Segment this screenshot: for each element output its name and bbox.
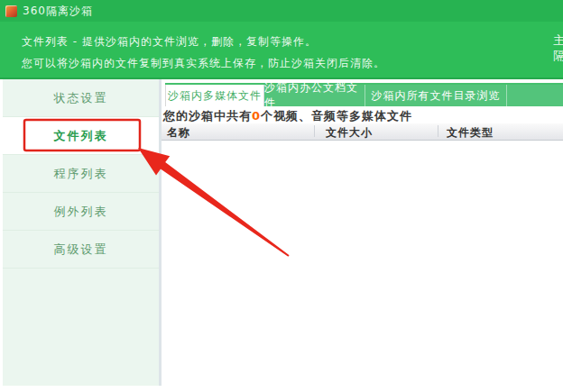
column-separator: [438, 125, 438, 137]
title-bar: 360隔离沙箱: [0, 0, 563, 22]
file-table-header: 名称 文件大小 文件类型: [162, 123, 563, 141]
summary-count: 0: [252, 109, 261, 123]
tab-multimedia-files[interactable]: 沙箱内多媒体文件: [165, 85, 264, 106]
sidebar-item-exception-list[interactable]: 例外列表: [3, 193, 159, 231]
summary-suffix: 个视频、音频等多媒体文件: [261, 109, 412, 123]
sidebar-item-program-list[interactable]: 程序列表: [3, 155, 159, 193]
edge-clipped-text-top: 主: [553, 33, 563, 47]
header-description-line2: 您可以将沙箱内的文件复制到真实系统上保存，防止沙箱关闭后清除。: [22, 56, 385, 71]
summary-prefix: 您的沙箱中共有: [163, 109, 252, 123]
sidebar-item-file-list[interactable]: 文件列表: [3, 117, 159, 155]
edge-clipped-text-bottom: 隔: [553, 49, 563, 62]
tab-office-document-files[interactable]: 沙箱内办公文档文件: [264, 85, 365, 106]
sidebar-item-status-settings[interactable]: 状态设置: [3, 79, 159, 117]
column-header-file-size[interactable]: 文件大小: [326, 125, 373, 141]
sidebar-nav: 状态设置 文件列表 程序列表 例外列表 高级设置: [3, 79, 159, 386]
app-window: 360隔离沙箱 文件列表 - 提供沙箱内的文件浏览，删除，复制等操作。 您可以将…: [0, 0, 563, 392]
column-header-name[interactable]: 名称: [167, 125, 190, 141]
tab-strip: 沙箱内多媒体文件 沙箱内办公文档文件 沙箱内所有文件目录浏览: [165, 83, 563, 106]
column-header-file-type[interactable]: 文件类型: [447, 125, 494, 141]
page-header: 文件列表 - 提供沙箱内的文件浏览，删除，复制等操作。 您可以将沙箱内的文件复制…: [0, 22, 563, 79]
header-description-line1: 文件列表 - 提供沙箱内的文件浏览，删除，复制等操作。: [22, 34, 317, 50]
sidebar-item-advanced-settings[interactable]: 高级设置: [3, 231, 159, 269]
app-icon: [5, 5, 17, 17]
column-separator: [314, 125, 315, 137]
window-title: 360隔离沙箱: [23, 4, 93, 19]
sandbox-file-summary: 您的沙箱中共有0个视频、音频等多媒体文件: [163, 108, 412, 124]
tab-all-files-directory-browse[interactable]: 沙箱内所有文件目录浏览: [365, 85, 507, 106]
